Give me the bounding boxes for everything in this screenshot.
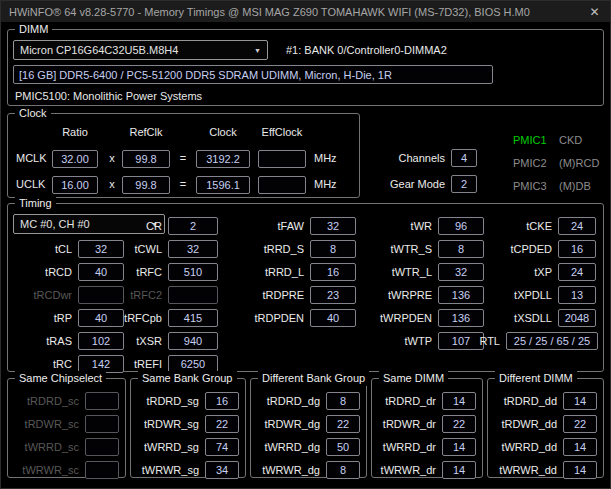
tRDRD_dd-value: 14 [563, 392, 597, 410]
timing-group-label: Timing [15, 196, 56, 211]
pmic2-tag: (M)RCD [559, 157, 599, 169]
field-tRDRD_dd: tRDRD_dd14 [492, 392, 597, 410]
tCWL-label: tCWL [102, 243, 162, 255]
tWRRD_dd-value: 14 [563, 438, 597, 456]
uclk-mult-sign: x [105, 178, 119, 190]
field-tRDWR_dg: tRDWR_dg22 [255, 415, 360, 433]
field-tWRWR_sc: tWRWR_sc [12, 461, 119, 479]
tRDRD_sc-label: tRDRD_sc [27, 395, 79, 407]
tWRRD_sg-value: 74 [205, 438, 239, 456]
field-tFAW: tFAW32 [238, 217, 356, 235]
field-tWRRD_dg: tWRRD_dg50 [255, 438, 360, 456]
tWRWR_dr-label: tWRWR_dr [381, 464, 436, 476]
field-tRDWR_sc: tRDWR_sc [12, 415, 119, 433]
field-tRDWR_sg: tRDWR_sg22 [135, 415, 239, 433]
tRDRD_sc-value [85, 392, 119, 410]
dimm-module-select[interactable]: Micron CP16G64C32U5B.M8H4 ▼ [13, 40, 268, 60]
field-tXSR: tXSR940 [102, 332, 218, 350]
tXPDLL-value: 13 [558, 286, 596, 304]
channels-value: 4 [451, 149, 477, 167]
tWRPDEN-label: tWRPDEN [364, 312, 432, 324]
tXPDLL-label: tXPDLL [490, 289, 552, 301]
clock-group: Clock Ratio RefClk Clock EffClock MCLK 3… [7, 113, 360, 198]
field-tWR: tWR96 [364, 217, 484, 235]
pmic3-tag: (M)DB [559, 180, 591, 192]
different-dimm-group-label: Different DIMM [495, 371, 577, 386]
mclk-unit-label: MHz [314, 152, 337, 164]
CR-value: 2 [168, 217, 218, 235]
same-chipselect-group: Same Chipselect tRDRD_sc tRDWR_sc tWRRD_… [7, 378, 126, 478]
uclk-label: UCLK [16, 178, 45, 190]
tWTR_L-value: 32 [438, 263, 484, 281]
same-bank-group-label: Same Bank Group [138, 371, 237, 386]
tWRWR_sc-label: tWRWR_sc [22, 464, 79, 476]
tWR-value: 96 [438, 217, 484, 235]
tWRWR_sg-label: tWRWR_sg [142, 464, 199, 476]
tXSDLL-value: 2048 [558, 309, 596, 327]
tRDRD_sg-value: 16 [205, 392, 239, 410]
dimm-slot-label: #1: BANK 0/Controller0-DIMMA2 [286, 44, 447, 56]
field-tWRRD_dr: tWRRD_dr14 [376, 438, 476, 456]
tRDRD_dd-label: tRDRD_dd [504, 395, 557, 407]
mclk-ratio-value: 32.00 [52, 150, 98, 168]
field-tWRPRE: tWRPRE136 [364, 286, 484, 304]
close-icon[interactable]: ✕ [586, 3, 603, 20]
clock-group-label: Clock [15, 106, 51, 121]
tRFC2-value [168, 286, 218, 304]
tRDWR_dg-label: tRDWR_dg [264, 418, 320, 430]
field-tRDRD_sc: tRDRD_sc [12, 392, 119, 410]
field-tWRWR_dd: tWRWR_dd14 [492, 461, 597, 479]
dimm-pmic-info: PMIC5100: Monolithic Power Systems [15, 90, 202, 102]
tRDWR_sg-label: tRDWR_sg [144, 418, 199, 430]
field-tRRD_S: tRRD_S8 [238, 240, 356, 258]
different-bank-group-group: Different Bank Group tRDRD_dg8 tRDWR_dg2… [250, 378, 367, 478]
uclk-unit-label: MHz [314, 178, 337, 190]
field-tXPDLL: tXPDLL13 [490, 286, 596, 304]
title-bar: HWiNFO® 64 v8.28-5770 - Memory Timings @… [1, 1, 610, 22]
tWR-label: tWR [364, 220, 432, 232]
clock-header-refclk: RefClk [122, 126, 170, 138]
field-tCPDED: tCPDED16 [490, 240, 596, 258]
tRDWR_sc-value [85, 415, 119, 433]
tRAS-label: tRAS [12, 335, 72, 347]
mclk-refclk-value: 99.8 [122, 150, 170, 168]
field-tWRRD_sg: tWRRD_sg74 [135, 438, 239, 456]
pmic1-tag: CKD [559, 134, 582, 146]
pmic2-label: PMIC2 [513, 157, 547, 169]
memory-timings-window: HWiNFO® 64 v8.28-5770 - Memory Timings @… [0, 0, 611, 489]
field-tRFC2: tRFC2 [102, 286, 218, 304]
tWRWR_dg-label: tWRWR_dg [262, 464, 320, 476]
tRC-label: tRC [12, 358, 72, 370]
field-tRDWR_dd: tRDWR_dd22 [492, 415, 597, 433]
mclk-effclock-value [258, 150, 306, 168]
tRRD_L-value: 16 [310, 263, 356, 281]
tFAW-label: tFAW [238, 220, 304, 232]
tCWL-value: 32 [168, 240, 218, 258]
different-dimm-group: Different DIMM tRDRD_dd14 tRDWR_dd22 tWR… [487, 378, 604, 478]
field-tRDRD_sg: tRDRD_sg16 [135, 392, 239, 410]
same-dimm-group-label: Same DIMM [379, 371, 448, 386]
dimm-module-info-text: [16 GB] DDR5-6400 / PC5-51200 DDR5 SDRAM… [19, 69, 392, 81]
gear-mode-field: Gear Mode 2 [369, 175, 477, 193]
tRFC2-label: tRFC2 [102, 289, 162, 301]
field-tWTR_S: tWTR_S8 [364, 240, 484, 258]
tRCD-label: tRCD [12, 266, 72, 278]
field-tWRRD_dd: tWRRD_dd14 [492, 438, 597, 456]
gear-mode-label: Gear Mode [369, 178, 445, 190]
field-tWRRD_sc: tWRRD_sc [12, 438, 119, 456]
tRFCpb-value: 415 [168, 309, 218, 327]
tFAW-value: 32 [310, 217, 356, 235]
tRFC-label: tRFC [102, 266, 162, 278]
tRDWR_dr-label: tRDWR_dr [383, 418, 436, 430]
tREFI-label: tREFI [102, 358, 162, 370]
field-tRDPDEN: tRDPDEN40 [238, 309, 356, 327]
tWRWR_sc-value [85, 461, 119, 479]
tWRPRE-label: tWRPRE [364, 289, 432, 301]
mclk-mult-sign: x [105, 152, 119, 164]
tRDRD_dr-label: tRDRD_dr [385, 395, 436, 407]
tWRRD_sg-label: tWRRD_sg [144, 441, 199, 453]
same-chipselect-group-label: Same Chipselect [15, 371, 106, 386]
tWRRD_dr-label: tWRRD_dr [383, 441, 436, 453]
chevron-down-icon: ▼ [254, 47, 261, 54]
field-tWRWR_sg: tWRWR_sg34 [135, 461, 239, 479]
